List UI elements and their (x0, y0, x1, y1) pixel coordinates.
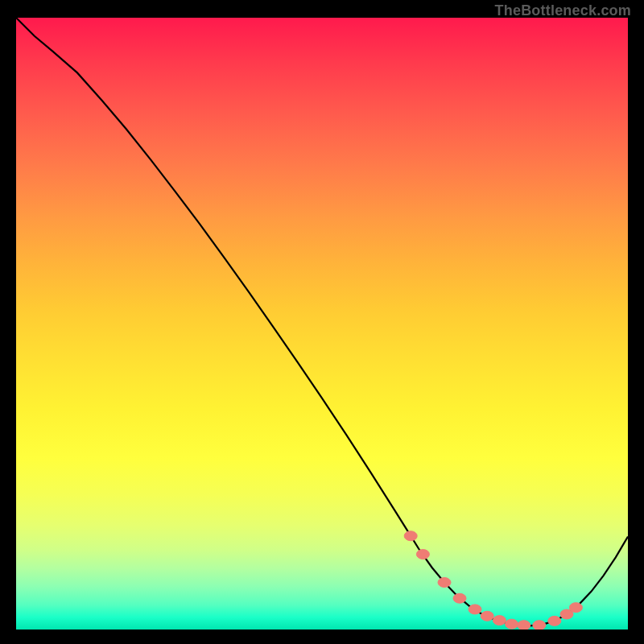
chart-container: TheBottleneck.com (0, 0, 644, 644)
marker-point (453, 593, 466, 603)
marker-point (469, 605, 481, 614)
marker-point (533, 621, 546, 630)
marker-point (518, 621, 530, 630)
curve-svg (16, 18, 628, 630)
marker-point (404, 531, 417, 541)
marker-point (493, 616, 506, 625)
marker-point (548, 616, 561, 625)
marker-point (438, 577, 451, 587)
marker-point (416, 550, 429, 559)
plot-area (16, 18, 628, 630)
marker-point (481, 611, 493, 621)
marker-point (506, 619, 518, 629)
curve-markers (404, 531, 582, 630)
marker-point (569, 603, 582, 613)
bottleneck-curve (16, 18, 628, 625)
attribution-text: TheBottleneck.com (495, 2, 631, 19)
